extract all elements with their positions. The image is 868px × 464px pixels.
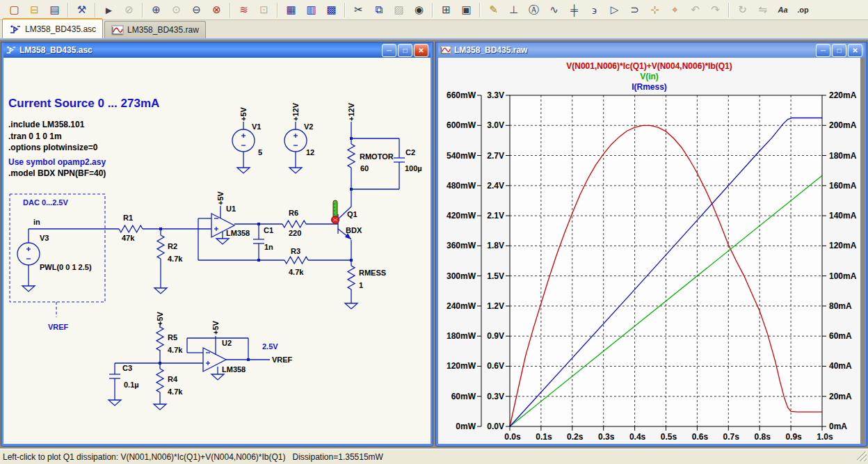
diode-button[interactable]: ▷ <box>605 1 624 19</box>
cascade-button[interactable]: ▩ <box>322 1 341 19</box>
ground-symbol[interactable] <box>108 400 121 406</box>
label-rail5_2[interactable]: +5V <box>216 191 225 205</box>
label-r4v[interactable]: 4.7k <box>168 387 183 396</box>
control-panel-button[interactable]: ⚒ <box>72 1 91 19</box>
tile-horizontal-button[interactable]: ▦ <box>282 1 300 19</box>
new-schematic-button[interactable]: ▢ <box>5 1 24 19</box>
label-vref_note[interactable]: VREF <box>48 323 69 331</box>
minimize-button[interactable]: ─ <box>382 44 396 57</box>
trace-label-irmess[interactable]: I(Rmess) <box>438 82 860 93</box>
label-r3v[interactable]: 4.7k <box>289 268 304 276</box>
component-R6[interactable] <box>282 221 306 227</box>
label-v2v[interactable]: 12 <box>306 148 314 157</box>
label-u1m[interactable]: LM358 <box>226 229 250 237</box>
copy-button[interactable]: ⧉ <box>369 1 388 19</box>
label-r3[interactable]: R3 <box>291 247 300 255</box>
component-C3[interactable] <box>109 374 120 378</box>
label-v1[interactable]: V1 <box>252 122 261 131</box>
label-u1[interactable]: U1 <box>226 205 236 213</box>
component-RMESS[interactable] <box>348 266 355 289</box>
ground-symbol[interactable] <box>154 288 167 294</box>
label-inc[interactable]: .include LM358.101 <box>8 120 85 129</box>
ground-symbol[interactable] <box>345 303 357 309</box>
capacitor-button[interactable]: ╪ <box>565 1 584 19</box>
component-R1[interactable] <box>119 225 143 232</box>
label-c3[interactable]: C3 <box>122 364 132 372</box>
label-c3v[interactable]: 0.1µ <box>124 381 139 389</box>
label-u2m[interactable]: LM358 <box>222 365 246 374</box>
label-c1v[interactable]: 1n <box>264 243 273 251</box>
label-rmotor[interactable]: RMOTOR <box>360 152 394 161</box>
schematic-canvas[interactable]: Current Source 0 ... 273mA.include LM358… <box>3 58 431 444</box>
print-button[interactable]: ▣ <box>457 1 476 19</box>
component-R2[interactable] <box>157 235 164 259</box>
ground-symbol[interactable] <box>237 168 250 173</box>
component-V1[interactable] <box>232 129 255 152</box>
ground-symbol[interactable] <box>22 286 35 291</box>
label-rail12_1[interactable]: +12V <box>291 102 300 121</box>
text-button[interactable]: Aa <box>773 1 792 19</box>
spice-directive-button[interactable]: .op <box>794 1 812 19</box>
label-c2[interactable]: C2 <box>405 148 415 157</box>
ground-symbol[interactable] <box>211 374 224 380</box>
label-model[interactable]: .model BDX NPN(BF=40) <box>8 168 106 178</box>
label-r1[interactable]: R1 <box>123 214 133 222</box>
label-q1m[interactable]: BDX <box>346 226 362 234</box>
resistor-button[interactable]: ∿ <box>545 1 563 19</box>
label-r2v[interactable]: 4.7k <box>168 255 183 263</box>
label-net_in[interactable]: in <box>33 218 40 226</box>
schematic-titlebar[interactable]: LM358_BD435.asc ─ □ ✕ <box>3 42 431 58</box>
maximize-button[interactable]: □ <box>832 44 846 57</box>
label-dac[interactable]: DAC 0...2.5V <box>23 198 68 207</box>
label-net-button[interactable]: Ⓐ <box>524 1 543 19</box>
move-button[interactable]: ⊹ <box>645 1 664 19</box>
label-rail12_2[interactable]: +12V <box>347 102 355 121</box>
label-v2[interactable]: V2 <box>304 122 313 131</box>
zoom-out-button[interactable]: ⊖ <box>187 1 206 19</box>
label-c2v[interactable]: 100µ <box>405 164 422 173</box>
component-RMOTOR[interactable] <box>348 144 355 168</box>
tile-vertical-button[interactable]: ▥ <box>302 1 321 19</box>
component-V3[interactable] <box>17 243 40 265</box>
find-button[interactable]: ◉ <box>410 1 428 19</box>
label-u2[interactable]: U2 <box>222 339 232 347</box>
save-button[interactable]: ▤ <box>45 1 64 19</box>
plot-canvas[interactable]: V(N001,N006)*Ic(Q1)+V(N004,N006)*Ib(Q1) … <box>438 58 860 444</box>
label-title[interactable]: Current Source 0 ... 273mA <box>8 97 159 110</box>
component-R3[interactable] <box>284 257 308 264</box>
ground-symbol[interactable] <box>289 168 302 173</box>
label-rail5_4[interactable]: +5V <box>211 320 220 335</box>
label-r6v[interactable]: 220 <box>289 229 301 237</box>
label-rail5_3[interactable]: +5V <box>156 311 164 326</box>
component-V2[interactable] <box>284 129 307 152</box>
label-use[interactable]: Use symbol opamp2.asy <box>8 157 106 167</box>
label-r1v[interactable]: 47k <box>122 234 135 242</box>
minimize-button[interactable]: ─ <box>816 44 830 57</box>
component-C2[interactable] <box>394 158 405 162</box>
label-opts[interactable]: .options plotwinsize=0 <box>8 143 98 152</box>
label-rmessv[interactable]: 1 <box>359 281 363 289</box>
ground-symbol[interactable] <box>154 404 166 410</box>
component-button[interactable]: ⊃ <box>625 1 644 19</box>
drag-button[interactable]: ⌖ <box>666 1 684 19</box>
trace-label-dissipation[interactable]: V(N001,N006)*Ic(Q1)+V(N004,N006)*Ib(Q1) <box>438 61 860 72</box>
cut-button[interactable]: ✂ <box>349 1 368 19</box>
tab-waveform[interactable]: LM358_BD435.raw <box>104 21 206 38</box>
label-v3v[interactable]: PWL(0 0 1 2.5) <box>40 263 92 271</box>
plot-settings-button[interactable]: ≋ <box>234 1 253 19</box>
label-v1v[interactable]: 5 <box>258 148 262 157</box>
maximize-button[interactable]: □ <box>398 44 412 57</box>
component-R4[interactable] <box>156 369 163 392</box>
waveform-titlebar[interactable]: LM358_BD435.raw ─ □ ✕ <box>438 42 865 58</box>
ground-button[interactable]: ⊥ <box>504 1 523 19</box>
inductor-button[interactable]: ϶ <box>585 1 604 19</box>
label-r5[interactable]: R5 <box>168 333 177 342</box>
label-c1[interactable]: C1 <box>264 226 273 234</box>
zoom-in-button[interactable]: ⊕ <box>147 1 166 19</box>
component-C1[interactable] <box>253 239 264 243</box>
resize-grip[interactable] <box>857 451 867 461</box>
label-rmotorv[interactable]: 60 <box>360 164 369 173</box>
run-button[interactable]: ► <box>99 1 118 19</box>
tab-schematic[interactable]: LM358_BD435.asc <box>2 18 103 38</box>
open-button[interactable]: ⊟ <box>25 1 44 19</box>
